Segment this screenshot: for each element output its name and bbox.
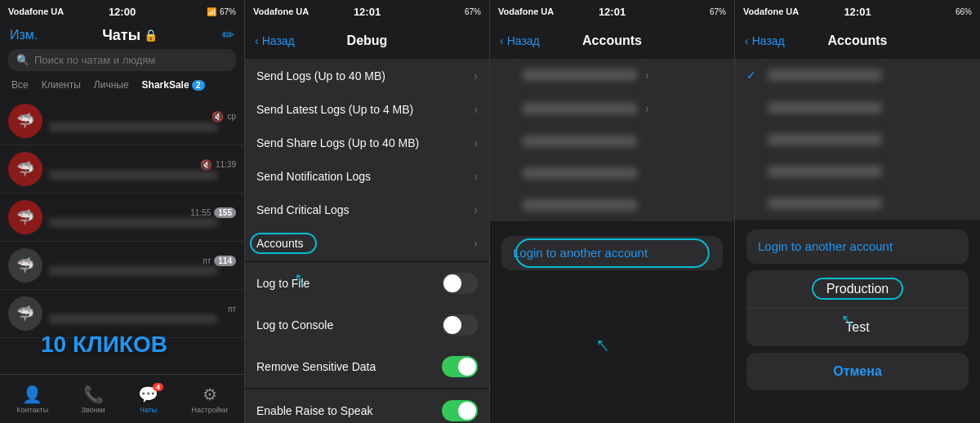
- tabbar-settings[interactable]: ⚙ Настройки: [192, 385, 228, 414]
- menu-item-notification-logs[interactable]: Send Notification Logs ›: [245, 160, 489, 194]
- chats-title-text: Чаты: [102, 27, 140, 44]
- log-file-toggle[interactable]: [442, 273, 478, 294]
- panel-chats: Vodafone UA 12:00 📶 67% Изм. Чаты 🔒 ✏ 🔍 …: [0, 0, 245, 423]
- avatar: 🦈: [8, 248, 42, 283]
- back-button-debug[interactable]: ‹ Назад: [255, 34, 295, 47]
- calls-icon: 📞: [83, 385, 104, 404]
- cancel-option[interactable]: Отмена: [746, 353, 969, 390]
- list-item[interactable]: 🦈 11:55155: [0, 194, 244, 242]
- account-item[interactable]: ›: [490, 59, 734, 92]
- nav-header-accounts1: ‹ Назад Accounts: [490, 23, 734, 59]
- chat-preview: [49, 314, 217, 323]
- back-chevron-icon: ‹: [500, 34, 504, 47]
- account-item[interactable]: ✓: [735, 59, 980, 92]
- nav-header-debug: ‹ Назад Debug: [245, 23, 489, 59]
- accounts1-title: Accounts: [582, 33, 642, 48]
- contacts-label: Контакты: [16, 406, 48, 414]
- menu-item-raise-speak[interactable]: Enable Raise to Speak: [245, 390, 489, 423]
- back-button-accounts2[interactable]: ‹ Назад: [745, 34, 785, 47]
- tab-personal[interactable]: Личные: [91, 78, 132, 92]
- account-name: [768, 102, 882, 114]
- battery-accounts2: 66%: [956, 7, 972, 16]
- tabbar-chats[interactable]: 💬 4 Чаты: [138, 385, 158, 414]
- chat-time: 11:55: [190, 208, 211, 217]
- production-label: Production: [812, 278, 904, 300]
- battery-accounts1: 67%: [710, 7, 726, 16]
- login-another-btn[interactable]: Login to another account: [513, 246, 648, 260]
- production-option[interactable]: Production: [746, 270, 969, 309]
- settings-icon: ⚙: [203, 385, 217, 404]
- menu-item-log-file[interactable]: Log to File: [245, 262, 489, 305]
- critical-logs-label: Send Critical Logs: [256, 203, 350, 216]
- login-another-container[interactable]: Login to another account: [501, 236, 723, 270]
- account-item[interactable]: [490, 126, 734, 158]
- carrier-accounts2: Vodafone UA: [743, 7, 799, 16]
- mic-icon: 🔇: [200, 159, 212, 171]
- account-item[interactable]: [735, 188, 980, 220]
- chat-preview: [49, 266, 217, 275]
- chat-info: пт: [49, 305, 236, 323]
- menu-section-logs: Send Logs (Up to 40 MB) › Send Latest Lo…: [245, 59, 489, 260]
- unread-badge: 155: [214, 207, 236, 218]
- menu-item-accounts[interactable]: Accounts › Accounts: [245, 227, 489, 260]
- account-item[interactable]: [735, 92, 980, 124]
- account-item[interactable]: [735, 124, 980, 156]
- login-another-container2[interactable]: Login to another account: [746, 229, 969, 264]
- list-item[interactable]: 🦈 🔇11:39: [0, 145, 244, 194]
- check-icon: ✓: [746, 69, 760, 82]
- tabbar-contacts[interactable]: 👤 Контакты: [16, 385, 48, 414]
- accounts-list2: ✓: [735, 59, 980, 220]
- compose-icon[interactable]: ✏: [222, 26, 234, 44]
- tab-all[interactable]: Все: [8, 78, 32, 92]
- menu-item-share-logs[interactable]: Send Share Logs (Up to 40 MB) ›: [245, 127, 489, 160]
- login-another-btn2[interactable]: Login to another account: [758, 239, 893, 253]
- status-bar-accounts2: Vodafone UA 12:01 66%: [735, 0, 980, 23]
- debug-title: Debug: [347, 33, 388, 48]
- menu-item-remove-sensitive[interactable]: Remove Sensitive Data: [245, 346, 489, 388]
- back-label-accounts1: Назад: [507, 34, 540, 47]
- panel-debug: Vodafone UA 12:01 67% ‹ Назад Debug Send…: [245, 0, 490, 423]
- raise-speak-label: Enable Raise to Speak: [256, 404, 372, 417]
- log-console-label: Log to Console: [256, 318, 333, 332]
- cancel-label: Отмена: [833, 364, 882, 378]
- carrier-accounts1: Vodafone UA: [498, 7, 554, 16]
- account-name: [523, 136, 637, 147]
- account-name: [523, 69, 637, 81]
- search-icon: 🔍: [16, 54, 29, 66]
- account-item[interactable]: [490, 189, 734, 221]
- menu-item-latest-logs[interactable]: Send Latest Logs (Up to 4 MB) ›: [245, 93, 489, 127]
- tabbar-calls[interactable]: 📞 Звонки: [82, 385, 105, 414]
- account-item[interactable]: [490, 158, 734, 189]
- chats-header: Изм. Чаты 🔒 ✏: [0, 23, 244, 49]
- nav-header-accounts2: ‹ Назад Accounts: [735, 23, 980, 59]
- tab-sharksale[interactable]: SharkSale 2: [139, 78, 208, 92]
- remove-sensitive-toggle[interactable]: [442, 356, 478, 377]
- search-input[interactable]: [34, 54, 228, 66]
- account-item[interactable]: ›: [490, 92, 734, 126]
- send-logs-label: Send Logs (Up to 40 MB): [256, 69, 385, 82]
- back-chevron-icon: ‹: [745, 34, 749, 47]
- chat-preview: [49, 218, 217, 227]
- time-accounts2: 12:01: [844, 6, 871, 18]
- chat-preview: [49, 122, 217, 131]
- menu-item-send-logs[interactable]: Send Logs (Up to 40 MB) ›: [245, 59, 489, 93]
- status-bar-accounts1: Vodafone UA 12:01 67%: [490, 0, 734, 23]
- latest-logs-label: Send Latest Logs (Up to 4 MB): [256, 103, 413, 116]
- log-console-toggle[interactable]: [442, 314, 478, 336]
- edit-button[interactable]: Изм.: [10, 28, 38, 42]
- accounts-label: Accounts: [256, 237, 304, 250]
- menu-item-log-console[interactable]: Log to Console: [245, 305, 489, 346]
- list-item[interactable]: 🦈 пт114: [0, 242, 244, 290]
- raise-speak-toggle[interactable]: [442, 400, 478, 421]
- back-button-accounts1[interactable]: ‹ Назад: [500, 34, 540, 47]
- account-item[interactable]: [735, 156, 980, 188]
- mic-icon: 🔇: [212, 111, 224, 122]
- status-bar-debug: Vodafone UA 12:01 67%: [245, 0, 489, 23]
- search-bar[interactable]: 🔍: [8, 49, 236, 71]
- list-item[interactable]: 🦈 🔇ср: [0, 97, 244, 145]
- menu-section-toggles: Log to File Log to Console Remove Sensit…: [245, 262, 489, 388]
- account-name: [768, 134, 882, 145]
- chat-time: пт: [228, 305, 236, 314]
- menu-item-critical-logs[interactable]: Send Critical Logs ›: [245, 194, 489, 227]
- tab-clients[interactable]: Клиенты: [38, 78, 84, 92]
